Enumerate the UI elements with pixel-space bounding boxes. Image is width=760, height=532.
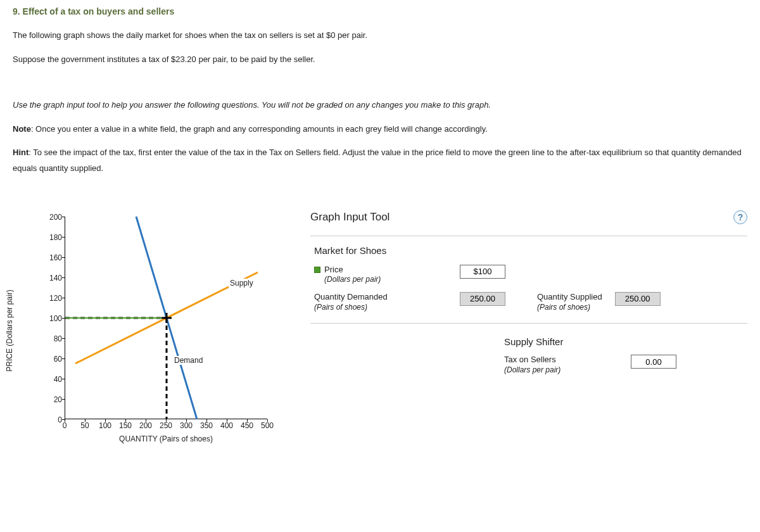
tax-sublabel: (Dollars per pair) (504, 365, 560, 374)
ytick-100: 100 (43, 314, 62, 323)
ytick-20: 20 (43, 395, 62, 404)
hint-text: : To see the impact of the tax, first en… (13, 148, 742, 173)
qs-output (615, 292, 661, 306)
instructions-hint: Hint: To see the impact of the tax, firs… (13, 145, 747, 176)
note-label: Note (13, 124, 31, 134)
equilibrium-marker[interactable] (162, 313, 172, 323)
chart[interactable]: PRICE (Dollars per pair) Supp (13, 210, 285, 451)
xtick-200: 200 (139, 421, 152, 430)
chart-svg[interactable] (65, 217, 268, 419)
qd-sublabel: (Pairs of shoes) (314, 303, 367, 312)
ytick-80: 80 (43, 334, 62, 343)
ytick-120: 120 (43, 294, 62, 303)
price-label: Price (Dollars per pair) (314, 265, 381, 284)
chart-ylabel: PRICE (Dollars per pair) (5, 289, 14, 371)
demand-label: Demand (173, 356, 204, 365)
chart-plot-area[interactable]: Supply Demand (65, 217, 267, 419)
question-title: 9. Effect of a tax on buyers and sellers (13, 6, 747, 16)
xtick-0: 0 (63, 421, 67, 430)
price-sublabel: (Dollars per pair) (324, 275, 381, 284)
note-text: : Once you enter a value in a white fiel… (31, 124, 488, 134)
help-icon[interactable]: ? (733, 210, 747, 224)
qd-label: Quantity Demanded (Pairs of shoes) (314, 292, 388, 312)
ytick-160: 160 (43, 253, 62, 262)
intro-p1: The following graph shows the daily mark… (13, 29, 747, 42)
panel-title: Graph Input Tool (310, 211, 390, 224)
instructions-note: Note: Once you enter a value in a white … (13, 122, 747, 137)
qs-label: Quantity Supplied (Pairs of shoes) (537, 292, 602, 312)
supply-label: Supply (229, 279, 255, 288)
xtick-350: 350 (200, 421, 213, 430)
xtick-150: 150 (119, 421, 132, 430)
ytick-60: 60 (43, 355, 62, 364)
ytick-140: 140 (43, 274, 62, 282)
price-input[interactable] (460, 265, 505, 279)
ytick-0: 0 (43, 415, 62, 424)
qs-sublabel: (Pairs of shoes) (537, 303, 590, 312)
hint-label: Hint (13, 148, 28, 157)
qd-output (460, 292, 505, 306)
xtick-50: 50 (80, 421, 89, 430)
xtick-400: 400 (220, 421, 233, 430)
ytick-40: 40 (43, 375, 62, 384)
supply-shifter-title: Supply Shifter (500, 336, 747, 347)
instructions-italic: Use the graph input tool to help you ans… (13, 98, 747, 113)
graph-input-tool-panel: Graph Input Tool ? Market for Shoes Pric… (310, 210, 747, 383)
chart-xlabel: QUANTITY (Pairs of shoes) (65, 434, 267, 443)
price-swatch-icon (314, 267, 320, 273)
instructions-block: Use the graph input tool to help you ans… (13, 77, 747, 191)
xtick-250: 250 (160, 421, 172, 430)
ytick-180: 180 (43, 233, 62, 242)
xtick-500: 500 (261, 421, 274, 430)
xtick-300: 300 (180, 421, 193, 430)
tax-label: Tax on Sellers (Dollars per pair) (504, 355, 560, 374)
market-title: Market for Shoes (310, 245, 747, 256)
intro-p2: Suppose the government institutes a tax … (13, 53, 747, 66)
xtick-100: 100 (99, 421, 111, 430)
intro-block: The following graph shows the daily mark… (13, 29, 747, 65)
ytick-200: 200 (43, 213, 62, 222)
tax-on-sellers-input[interactable] (631, 355, 676, 369)
xtick-450: 450 (241, 421, 253, 430)
